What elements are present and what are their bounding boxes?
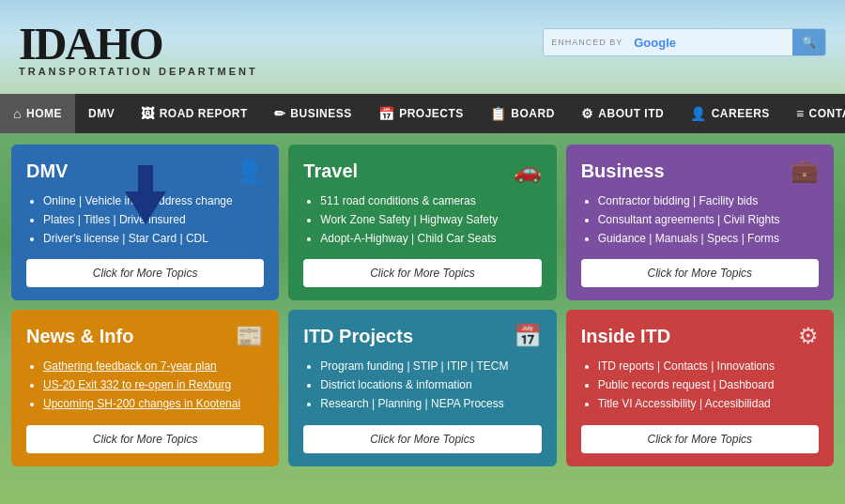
list-item: Driver's license | Star Card | CDL xyxy=(43,231,264,247)
list-item: Work Zone Safety | Highway Safety xyxy=(320,212,541,228)
careers-icon: 👤 xyxy=(690,106,707,121)
business-icon: ✏ xyxy=(274,106,286,121)
card-itd-projects: ITD Projects 📅 Program funding | STIP | … xyxy=(288,310,556,466)
home-icon: ⌂ xyxy=(13,106,22,121)
news-icon: 📰 xyxy=(236,323,264,349)
business-title: Business xyxy=(581,160,665,182)
inside-card-header: Inside ITD ⚙ xyxy=(581,323,819,349)
main-nav: ⌂ HOME DMV 🖼 ROAD REPORT ✏ BUSINESS 📅 PR… xyxy=(0,94,845,133)
travel-list: 511 road conditions & cameras Work Zone … xyxy=(303,193,541,246)
list-item: Plates | Titles | Drive insured xyxy=(43,212,264,228)
nav-dmv[interactable]: DMV xyxy=(75,94,128,133)
projects-icon: 📅 xyxy=(378,106,395,121)
list-item: Guidance | Manuals | Specs | Forms xyxy=(598,231,819,247)
card-business: Business 💼 Contractor bidding | Facility… xyxy=(566,145,834,300)
news-title: News & Info xyxy=(26,326,133,347)
nav-business[interactable]: ✏ BUSINESS xyxy=(261,94,365,133)
logo-text: IDAHO xyxy=(19,18,258,69)
board-icon: 📋 xyxy=(490,106,507,121)
projects-title: ITD Projects xyxy=(303,326,413,347)
inside-more-button[interactable]: Click for More Topics xyxy=(581,425,819,453)
projects-more-button[interactable]: Click for More Topics xyxy=(303,425,541,453)
travel-more-button[interactable]: Click for More Topics xyxy=(303,259,541,287)
list-item: District locations & information xyxy=(320,377,541,393)
logo: IDAHO TRANSPORTATION DEPARTMENT xyxy=(19,18,258,77)
projects-list: Program funding | STIP | ITIP | TECM Dis… xyxy=(303,359,541,411)
list-item: Program funding | STIP | ITIP | TECM xyxy=(320,359,541,374)
nav-projects[interactable]: 📅 PROJECTS xyxy=(365,94,477,133)
travel-icon: 🚗 xyxy=(514,158,542,184)
road-report-icon: 🖼 xyxy=(141,106,155,121)
nav-home[interactable]: ⌂ HOME xyxy=(0,94,75,133)
list-item: Contractor bidding | Facility bids xyxy=(598,193,819,209)
search-area: ENHANCED BY Google 🔍 xyxy=(543,28,826,56)
search-button[interactable]: 🔍 xyxy=(792,29,825,55)
business-list: Contractor bidding | Facility bids Consu… xyxy=(581,193,819,246)
search-enhanced-label: ENHANCED BY xyxy=(544,38,630,47)
contact-icon: ≡ xyxy=(796,106,805,121)
dmv-title: DMV xyxy=(26,160,68,182)
dmv-list: Online | Vehicle info | Address change P… xyxy=(26,193,264,246)
card-inside-itd: Inside ITD ⚙ ITD reports | Contacts | In… xyxy=(566,310,834,466)
dmv-icon: 👤 xyxy=(236,158,264,184)
nav-careers[interactable]: 👤 CAREERS xyxy=(677,94,783,133)
list-item: 511 road conditions & cameras xyxy=(320,193,541,209)
business-more-button[interactable]: Click for More Topics xyxy=(581,259,819,287)
inside-title: Inside ITD xyxy=(581,326,671,347)
travel-title: Travel xyxy=(303,160,358,182)
list-item: Research | Planning | NEPA Process xyxy=(320,396,541,412)
list-item: Title VI Accessibility | Accesibilidad xyxy=(598,396,819,412)
list-item: Online | Vehicle info | Address change xyxy=(43,193,264,209)
nav-road-report[interactable]: 🖼 ROAD REPORT xyxy=(128,94,261,133)
nav-board[interactable]: 📋 BOARD xyxy=(477,94,568,133)
main-content: DMV 👤 Online | Vehicle info | Address ch… xyxy=(0,133,845,504)
card-dmv: DMV 👤 Online | Vehicle info | Address ch… xyxy=(11,145,279,300)
business-card-header: Business 💼 xyxy=(581,158,819,184)
about-icon: ⚙ xyxy=(581,106,594,121)
list-item: Adopt-A-Highway | Child Car Seats xyxy=(320,231,541,247)
nav-about-itd[interactable]: ⚙ ABOUT ITD xyxy=(568,94,677,133)
cards-grid: DMV 👤 Online | Vehicle info | Address ch… xyxy=(11,145,834,466)
list-item: Gathering feedback on 7-year plan xyxy=(43,359,264,374)
list-item: Consultant agreements | Civil Rights xyxy=(598,212,819,228)
news-list: Gathering feedback on 7-year plan US-20 … xyxy=(26,359,264,411)
card-travel: Travel 🚗 511 road conditions & cameras W… xyxy=(288,145,556,300)
list-item: US-20 Exit 332 to re-open in Rexburg xyxy=(43,377,264,393)
inside-icon: ⚙ xyxy=(798,323,819,349)
nav-contact-us[interactable]: ≡ CONTACT US xyxy=(783,94,845,133)
list-item: Public records request | Dashboard xyxy=(598,377,819,393)
card-news: News & Info 📰 Gathering feedback on 7-ye… xyxy=(11,310,279,466)
list-item: ITD reports | Contacts | Innovations xyxy=(598,359,819,374)
header: IDAHO TRANSPORTATION DEPARTMENT ENHANCED… xyxy=(0,0,845,94)
logo-subtitle: TRANSPORTATION DEPARTMENT xyxy=(19,66,258,77)
inside-list: ITD reports | Contacts | Innovations Pub… xyxy=(581,359,819,411)
projects-card-icon: 📅 xyxy=(514,323,542,349)
dmv-more-button[interactable]: Click for More Topics xyxy=(26,259,264,287)
dmv-card-header: DMV 👤 xyxy=(26,158,264,184)
travel-card-header: Travel 🚗 xyxy=(303,158,541,184)
list-item: Upcoming SH-200 changes in Kootenai xyxy=(43,396,264,412)
search-input[interactable] xyxy=(680,30,792,55)
news-more-button[interactable]: Click for More Topics xyxy=(26,425,264,453)
news-card-header: News & Info 📰 xyxy=(26,323,264,349)
projects-card-header: ITD Projects 📅 xyxy=(303,323,541,349)
business-card-icon: 💼 xyxy=(791,158,819,184)
google-brand: Google xyxy=(630,30,680,55)
